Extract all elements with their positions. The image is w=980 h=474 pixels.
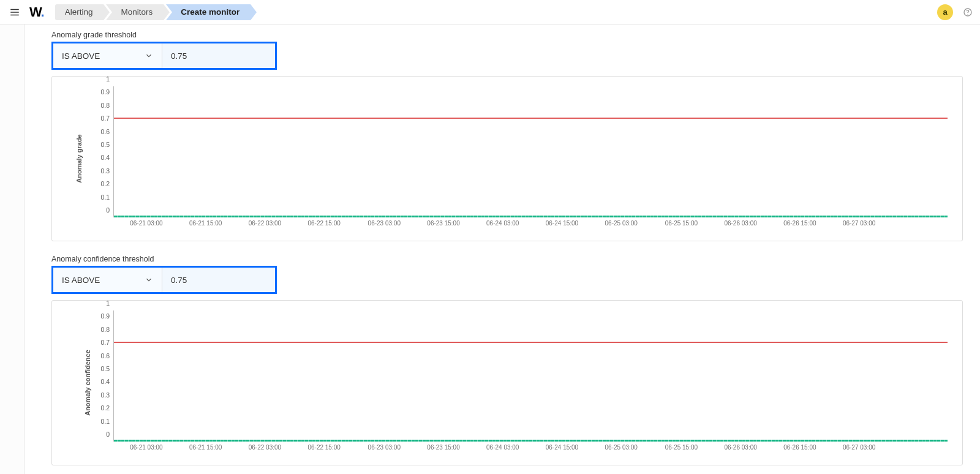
breadcrumb-create-monitor[interactable]: Create monitor xyxy=(166,4,251,20)
ytick: 0.9 xyxy=(89,312,110,320)
ytick: 0.7 xyxy=(89,115,110,122)
breadcrumb-label: Create monitor xyxy=(181,7,239,17)
breadcrumb-label: Alerting xyxy=(65,7,93,17)
grade-plot[interactable] xyxy=(113,86,948,217)
xtick: 06-23 03:00 xyxy=(368,444,401,451)
xtick: 06-21 03:00 xyxy=(130,444,162,451)
xtick: 06-25 15:00 xyxy=(665,444,698,451)
threshold-line xyxy=(114,342,948,343)
ytick: 0.5 xyxy=(89,365,110,372)
xtick: 06-25 03:00 xyxy=(605,444,638,451)
xtick: 06-26 15:00 xyxy=(783,444,816,451)
grade-plot-area: 0 0.1 0.2 0.3 0.4 0.5 0.6 0.7 0.8 0.9 1 xyxy=(89,86,948,217)
grade-threshold-input[interactable] xyxy=(162,43,283,68)
chevron-down-icon xyxy=(145,276,153,284)
xtick: 06-25 15:00 xyxy=(665,220,698,227)
confidence-operator-value: IS ABOVE xyxy=(62,276,100,285)
menu-icon xyxy=(9,7,20,18)
ytick: 0 xyxy=(89,206,110,214)
confidence-threshold-input[interactable] xyxy=(162,268,283,292)
logo-text: W xyxy=(29,4,41,20)
xtick: 06-25 03:00 xyxy=(605,220,638,227)
grade-threshold-label: Anomaly grade threshold xyxy=(51,31,963,39)
confidence-chart: Anomaly confidence 0 0.1 0.2 0.3 0.4 0.5… xyxy=(51,300,963,465)
grade-xticks: 06-21 03:00 06-21 15:00 06-22 03:00 06-2… xyxy=(89,220,948,230)
xtick: 06-23 15:00 xyxy=(427,220,459,227)
confidence-threshold-row: IS ABOVE xyxy=(51,266,277,294)
ytick: 1 xyxy=(89,75,110,83)
xtick: 06-23 03:00 xyxy=(368,220,401,227)
ytick: 0.8 xyxy=(89,102,110,109)
logo-dot: . xyxy=(41,4,44,20)
breadcrumb-monitors[interactable]: Monitors xyxy=(106,4,164,20)
grade-chart: Anomaly grade 0 0.1 0.2 0.3 0.4 0.5 0.6 … xyxy=(51,76,963,241)
ytick: 1 xyxy=(89,299,110,307)
xtick: 06-21 15:00 xyxy=(189,220,222,227)
ytick: 0.7 xyxy=(89,339,110,346)
confidence-threshold-label: Anomaly confidence threshold xyxy=(51,255,963,263)
breadcrumb-alerting[interactable]: Alerting xyxy=(55,4,104,20)
menu-button[interactable] xyxy=(6,4,23,21)
grade-threshold-row: IS ABOVE xyxy=(51,42,277,70)
data-line xyxy=(114,440,948,442)
confidence-plot[interactable] xyxy=(113,310,948,442)
xtick: 06-26 03:00 xyxy=(724,444,756,451)
ytick: 0 xyxy=(89,431,110,438)
confidence-xticks: 06-21 03:00 06-21 15:00 06-22 03:00 06-2… xyxy=(89,444,948,454)
left-gutter xyxy=(0,24,24,474)
ytick: 0.6 xyxy=(89,128,110,135)
confidence-operator-select[interactable]: IS ABOVE xyxy=(53,268,162,292)
avatar[interactable]: a xyxy=(937,4,953,20)
ytick: 0.2 xyxy=(89,180,110,187)
breadcrumb: Alerting Monitors Create monitor xyxy=(55,0,254,24)
xtick: 06-27 03:00 xyxy=(843,444,875,451)
threshold-line xyxy=(114,118,948,119)
ytick: 0.1 xyxy=(89,194,110,201)
ytick: 0.4 xyxy=(89,378,110,385)
breadcrumb-label: Monitors xyxy=(121,7,153,17)
xtick: 06-21 15:00 xyxy=(189,444,222,451)
xtick: 06-26 15:00 xyxy=(783,220,816,227)
ytick: 0.3 xyxy=(89,391,110,399)
xtick: 06-24 03:00 xyxy=(486,444,519,451)
content: Anomaly grade threshold IS ABOVE Anomaly… xyxy=(24,24,980,474)
data-line xyxy=(114,216,948,217)
xtick: 06-26 03:00 xyxy=(724,220,756,227)
xtick: 06-22 15:00 xyxy=(307,444,340,451)
xtick: 06-22 03:00 xyxy=(249,444,281,451)
xtick: 06-27 03:00 xyxy=(843,220,875,227)
topbar: W. Alerting Monitors Create monitor a xyxy=(0,0,980,24)
xtick: 06-22 03:00 xyxy=(249,220,281,227)
xtick: 06-24 15:00 xyxy=(546,444,578,451)
ytick: 0.3 xyxy=(89,167,110,175)
ytick: 0.9 xyxy=(89,88,110,96)
page-body: Anomaly grade threshold IS ABOVE Anomaly… xyxy=(0,24,980,474)
xtick: 06-23 15:00 xyxy=(427,444,459,451)
xtick: 06-22 15:00 xyxy=(307,220,340,227)
ytick: 0.2 xyxy=(89,404,110,412)
ytick: 0.6 xyxy=(89,352,110,359)
xtick: 06-21 03:00 xyxy=(130,220,162,227)
chevron-down-icon xyxy=(145,51,153,60)
help-button[interactable] xyxy=(960,5,975,20)
grade-operator-select[interactable]: IS ABOVE xyxy=(53,43,162,68)
ytick: 0.1 xyxy=(89,418,110,425)
logo[interactable]: W. xyxy=(29,4,44,20)
confidence-plot-area: 0 0.1 0.2 0.3 0.4 0.5 0.6 0.7 0.8 0.9 1 xyxy=(89,310,948,442)
xtick: 06-24 15:00 xyxy=(546,220,578,227)
avatar-letter: a xyxy=(943,7,947,17)
help-icon xyxy=(963,7,973,17)
grade-operator-value: IS ABOVE xyxy=(62,51,100,61)
ytick: 0.8 xyxy=(89,326,110,333)
xtick: 06-24 03:00 xyxy=(486,220,519,227)
ytick: 0.4 xyxy=(89,154,110,161)
ytick: 0.5 xyxy=(89,141,110,148)
svg-point-4 xyxy=(967,13,968,14)
grade-chart-ylabel: Anomaly grade xyxy=(75,134,83,182)
